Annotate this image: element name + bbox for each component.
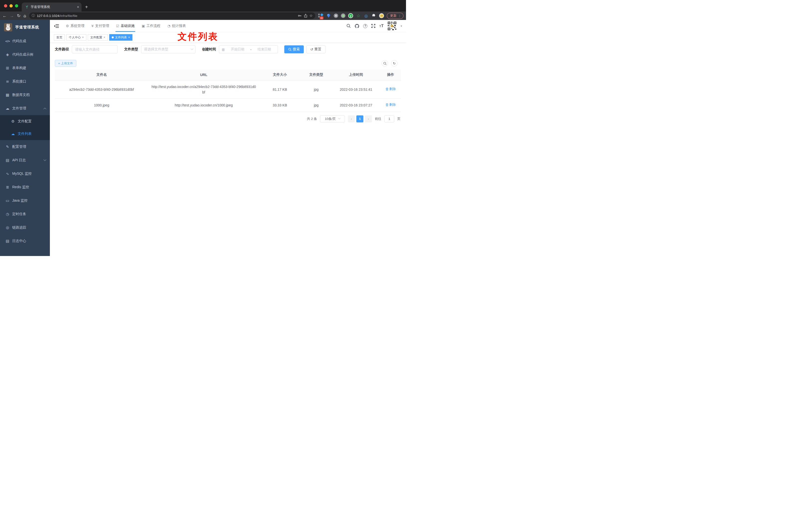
trash-icon	[385, 103, 388, 107]
browser-tab[interactable]: 芋道管理系统 ×	[22, 2, 82, 11]
tag-home[interactable]: 首页	[54, 34, 65, 41]
start-date-placeholder[interactable]: 开始日期	[227, 47, 249, 52]
extension-balloon-icon[interactable]	[326, 13, 331, 18]
close-icon[interactable]: ×	[128, 36, 130, 39]
chevron-down-icon	[44, 158, 46, 161]
file-path-input[interactable]	[72, 46, 118, 53]
sidebar-item-db-doc[interactable]: ▦ 数据库文档	[0, 88, 50, 102]
sidebar-item-system-api[interactable]: ≡ 系统接口	[0, 75, 50, 88]
browser-menu-dots-icon[interactable]: ⋮	[398, 14, 401, 18]
sidebar-item-api-log[interactable]: ▤ API 日志	[0, 154, 50, 167]
reset-button[interactable]: ↺ 重置	[306, 46, 325, 53]
extension-badge: 11	[320, 17, 323, 20]
upload-file-button[interactable]: + 上传文件	[55, 60, 76, 67]
bookmark-star-icon[interactable]: ☆	[310, 13, 313, 18]
sidebar-collapse-icon[interactable]	[54, 24, 59, 28]
sidebar-item-label: 表单构建	[12, 66, 26, 70]
sidebar-item-code-gen[interactable]: </> 代码生成	[0, 34, 50, 48]
extension-emoji-icon[interactable]	[379, 13, 384, 18]
tab-close-icon[interactable]: ×	[77, 5, 79, 9]
extensions-puzzle-icon[interactable]	[371, 13, 376, 18]
sidebar-item-file-list[interactable]: ☁ 文件列表	[0, 128, 50, 140]
sidebar-item-config-management[interactable]: ✎ 配置管理	[0, 140, 50, 154]
avatar[interactable]	[387, 21, 397, 31]
reset-button-label: 重置	[315, 47, 321, 52]
chevron-down-icon	[338, 117, 340, 119]
refresh-table-button[interactable]: ↻	[391, 60, 398, 66]
sidebar-item-label: 代码生成示例	[12, 52, 33, 57]
gear-icon: ⚙	[66, 24, 69, 28]
top-nav-report[interactable]: ◔ 统计报表	[164, 20, 189, 32]
sidebar-logo-row[interactable]: 芋道管理系统	[0, 20, 50, 34]
url-host: 127.0.0.1:1024	[37, 14, 59, 18]
delete-label: 删除	[389, 87, 396, 92]
delete-button[interactable]: 删除	[385, 102, 396, 108]
create-time-label: 创建时间	[202, 47, 216, 52]
new-tab-button[interactable]: +	[85, 4, 88, 10]
sidebar-item-mysql-monitor[interactable]: ∿ MySQL 监控	[0, 167, 50, 180]
avatar-caret-icon[interactable]: ▾	[401, 24, 402, 28]
search-icon	[288, 48, 292, 51]
page-size-select[interactable]: 10条/页	[320, 115, 345, 122]
top-nav-payment-management[interactable]: ¥ 支付管理	[88, 20, 113, 32]
file-type-select[interactable]: 请选择文件类型	[141, 46, 196, 53]
browser-update-button[interactable]: 更新 ⋮	[387, 13, 404, 19]
file-table: 文件名 URL 文件大小 文件类型 上传时间 操作 a294ecb2-73dd-…	[55, 69, 401, 112]
toggle-search-button[interactable]	[382, 60, 388, 66]
pagination-total: 共 2 条	[307, 117, 317, 121]
sidebar-item-scheduled-task[interactable]: ◷ 定时任务	[0, 207, 50, 221]
back-icon[interactable]: ←	[2, 14, 7, 18]
search-icon[interactable]	[346, 24, 351, 28]
tag-profile[interactable]: 个人中心 ×	[66, 34, 86, 41]
extension-star-icon[interactable]: ☆	[356, 13, 361, 18]
tag-file-config[interactable]: 文件配置 ×	[88, 34, 108, 41]
minimize-window-button[interactable]	[9, 4, 13, 7]
top-nav-infrastructure[interactable]: ☑ 基础设施	[113, 20, 138, 32]
font-size-icon[interactable]: TT	[379, 24, 383, 28]
goto-page-input[interactable]	[384, 115, 394, 122]
next-page-button[interactable]: ›	[365, 115, 372, 122]
extension-y-icon[interactable]: y	[348, 13, 353, 18]
fullscreen-icon[interactable]	[371, 24, 376, 28]
maximize-window-button[interactable]	[15, 4, 18, 7]
share-icon[interactable]	[304, 14, 308, 18]
sidebar-item-trace[interactable]: ◎ 链路追踪	[0, 221, 50, 234]
end-date-placeholder[interactable]: 结束日期	[253, 47, 275, 52]
url-text[interactable]: 127.0.0.1:1024/infra/file/file	[37, 14, 296, 18]
sidebar-item-label: Redis 监控	[12, 185, 29, 189]
extension-recorder-icon[interactable]	[341, 13, 345, 18]
tag-file-list[interactable]: 文件列表 ×	[109, 34, 133, 41]
extension-diamond-icon[interactable]: 11	[318, 13, 323, 18]
sidebar-item-code-gen-demo[interactable]: ◈ 代码生成示例	[0, 48, 50, 61]
address-bar[interactable]: ⓘ 127.0.0.1:1024/infra/file/file ☆	[29, 12, 315, 19]
date-range-picker[interactable]: ▦ 开始日期 - 结束日期	[219, 46, 278, 53]
close-icon[interactable]: ×	[82, 36, 84, 39]
sidebar-item-redis-monitor[interactable]: ≣ Redis 监控	[0, 180, 50, 194]
home-icon[interactable]: ⌂	[24, 14, 26, 18]
file-type-label: 文件类型	[124, 47, 138, 52]
sidebar-item-form-builder[interactable]: ⊞ 表单构建	[0, 61, 50, 75]
page-number-button[interactable]: 1	[356, 115, 364, 122]
delete-button[interactable]: 删除	[385, 87, 396, 92]
extension-cmd-icon[interactable]: ⌘	[334, 13, 338, 18]
sidebar-item-file-config[interactable]: ⚙ 文件配置	[0, 115, 50, 128]
reload-icon[interactable]: ↻	[17, 14, 21, 18]
sidebar-item-java-monitor[interactable]: ▭ Java 监控	[0, 194, 50, 207]
top-nav-workflow[interactable]: ▣ 工作流程	[138, 20, 164, 32]
help-icon[interactable]: ?	[363, 24, 367, 28]
search-icon	[383, 62, 386, 65]
search-button[interactable]: 搜索	[284, 46, 304, 53]
prev-page-button[interactable]: ‹	[348, 115, 355, 122]
password-key-icon[interactable]	[298, 14, 302, 18]
github-icon[interactable]	[355, 24, 359, 28]
sidebar-item-log-center[interactable]: ▤ 日志中心	[0, 234, 50, 248]
site-info-icon[interactable]: ⓘ	[32, 13, 35, 18]
top-nav: ⚙ 系统管理 ¥ 支付管理 ☑ 基础设施 ▣ 工作流程	[62, 20, 190, 32]
top-nav-system-management[interactable]: ⚙ 系统管理	[62, 20, 88, 32]
forward-icon[interactable]: →	[10, 14, 14, 18]
close-window-button[interactable]	[4, 4, 7, 7]
close-icon[interactable]: ×	[104, 36, 105, 39]
cell-file-size: 33.33 KB	[259, 99, 301, 112]
sidebar-item-file-management[interactable]: ☁ 文件管理	[0, 102, 50, 115]
extension-eye-icon[interactable]: ◎	[364, 13, 369, 18]
